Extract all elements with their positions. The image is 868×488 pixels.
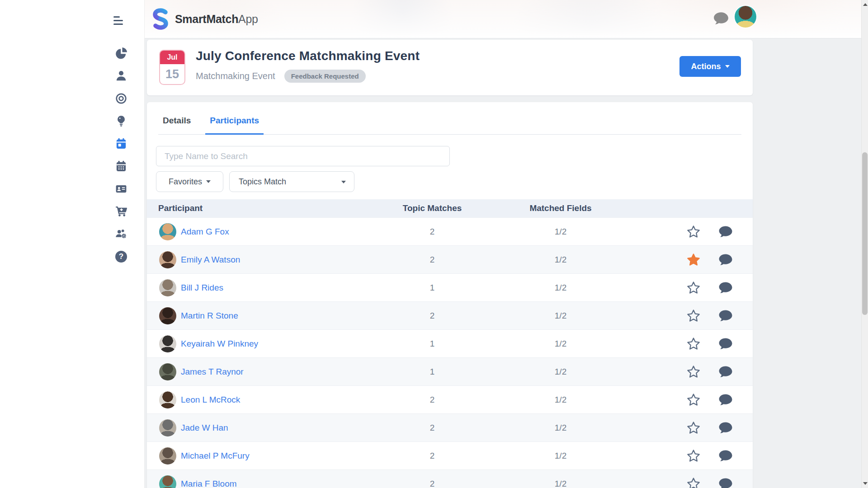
lightbulb-icon xyxy=(115,115,127,127)
participant-name-link[interactable]: Bill J Rides xyxy=(181,274,223,302)
table-row: Emily A Watson 2 1/2 xyxy=(147,245,753,273)
participant-name-link[interactable]: Martin R Stone xyxy=(181,302,238,330)
sidebar-item-help[interactable]: ? xyxy=(115,251,127,263)
participant-name-link[interactable]: Emily A Watson xyxy=(181,246,240,274)
favorite-star-icon[interactable] xyxy=(686,281,701,295)
matched-fields-value: 1/2 xyxy=(555,470,566,488)
topic-matches-value: 1 xyxy=(430,274,435,302)
message-participant-icon[interactable] xyxy=(719,366,733,378)
sidebar-item-insights[interactable] xyxy=(115,115,127,127)
message-participant-icon[interactable] xyxy=(719,310,733,322)
participant-avatar xyxy=(159,223,176,240)
participant-avatar xyxy=(159,251,176,268)
topic-matches-value: 2 xyxy=(430,246,435,274)
message-participant-icon[interactable] xyxy=(719,253,733,266)
favorite-star-icon[interactable] xyxy=(686,337,701,351)
tab-bar: Details Participants xyxy=(158,112,741,135)
matched-fields-value: 1/2 xyxy=(555,386,566,414)
scrollbar-thumb[interactable] xyxy=(862,152,868,315)
scrollbar-up-arrow[interactable] xyxy=(863,3,868,6)
table-row: Adam G Fox 2 1/2 xyxy=(147,217,753,245)
favorite-star-icon[interactable] xyxy=(686,365,701,379)
sidebar-item-dashboard[interactable] xyxy=(115,47,127,59)
sidebar-item-calendar[interactable] xyxy=(115,160,127,172)
matched-fields-value: 1/2 xyxy=(555,330,566,358)
user-avatar[interactable] xyxy=(735,6,756,28)
sidebar-item-memberships[interactable] xyxy=(115,183,127,195)
status-badge: Feedback Requested xyxy=(284,70,366,83)
person-icon xyxy=(115,70,127,82)
topic-matches-value: 2 xyxy=(430,218,435,246)
participant-name-link[interactable]: Adam G Fox xyxy=(181,218,229,246)
tab-participants[interactable]: Participants xyxy=(205,112,264,135)
users-gear-icon xyxy=(115,228,127,240)
pie-chart-icon xyxy=(115,47,127,59)
chat-bubble-icon[interactable] xyxy=(713,12,729,25)
topics-match-select[interactable]: Topics Match xyxy=(229,171,354,192)
topic-matches-value: 2 xyxy=(430,442,435,470)
scrollbar-down-arrow[interactable] xyxy=(863,482,868,485)
favorite-star-icon[interactable] xyxy=(686,253,701,267)
table-row: Maria F Bloom 2 1/2 xyxy=(147,469,753,488)
vertical-scrollbar[interactable] xyxy=(861,0,868,488)
topic-matches-value: 2 xyxy=(430,470,435,488)
sidebar-item-matches[interactable] xyxy=(115,93,127,104)
sidebar-item-store[interactable] xyxy=(115,206,127,217)
matched-fields-value: 1/2 xyxy=(555,442,566,470)
column-header-participant: Participant xyxy=(158,199,203,217)
question-circle-icon: ? xyxy=(115,251,127,263)
hamburger-menu-icon[interactable] xyxy=(113,16,124,25)
table-row: James T Raynor 1 1/2 xyxy=(147,357,753,385)
participant-avatar xyxy=(159,279,176,296)
message-participant-icon[interactable] xyxy=(719,282,733,294)
participant-avatar xyxy=(159,335,176,352)
event-type-label: Matchmaking Event xyxy=(196,71,275,81)
participant-name-link[interactable]: James T Raynor xyxy=(181,358,244,386)
participant-name-link[interactable]: Keyairah W Pinkney xyxy=(181,330,258,358)
table-row: Bill J Rides 1 1/2 xyxy=(147,273,753,301)
column-header-matched-fields: Matched Fields xyxy=(529,199,591,217)
message-participant-icon[interactable] xyxy=(719,422,733,434)
table-header-row: Participant Topic Matches Matched Fields xyxy=(147,199,753,217)
target-icon xyxy=(115,93,127,104)
caret-down-icon xyxy=(206,180,211,183)
topic-matches-value: 2 xyxy=(430,414,435,442)
sidebar-item-user-management[interactable] xyxy=(115,228,127,240)
participant-name-link[interactable]: Jade W Han xyxy=(181,414,228,442)
table-row: Michael P McFury 2 1/2 xyxy=(147,441,753,469)
participant-name-link[interactable]: Maria F Bloom xyxy=(181,470,237,488)
search-input[interactable] xyxy=(156,146,450,166)
participants-card: Details Participants Favorites Topics Ma… xyxy=(147,102,753,488)
favorite-star-icon[interactable] xyxy=(686,477,701,488)
table-row: Martin R Stone 2 1/2 xyxy=(147,301,753,329)
matched-fields-value: 1/2 xyxy=(555,358,566,386)
table-row: Leon L McRock 2 1/2 xyxy=(147,385,753,413)
tab-details[interactable]: Details xyxy=(158,112,195,135)
participant-name-link[interactable]: Michael P McFury xyxy=(181,442,250,470)
favorite-star-icon[interactable] xyxy=(686,393,701,407)
smartmatch-logo-icon xyxy=(151,8,170,30)
event-date-day: 15 xyxy=(160,64,184,84)
sidebar-item-events[interactable] xyxy=(115,138,127,150)
table-row: Jade W Han 2 1/2 xyxy=(147,413,753,441)
sidebar-item-clients[interactable] xyxy=(115,70,127,82)
participant-name-link[interactable]: Leon L McRock xyxy=(181,386,240,414)
message-participant-icon[interactable] xyxy=(719,394,733,406)
favorites-filter-dropdown[interactable]: Favorites xyxy=(156,171,223,192)
favorite-star-icon[interactable] xyxy=(686,421,701,435)
participant-avatar xyxy=(159,419,176,436)
favorite-star-icon[interactable] xyxy=(686,225,701,239)
message-participant-icon[interactable] xyxy=(719,225,733,238)
message-participant-icon[interactable] xyxy=(719,338,733,350)
table-row: Keyairah W Pinkney 1 1/2 xyxy=(147,329,753,357)
message-participant-icon[interactable] xyxy=(719,478,733,488)
sidebar-nav: ? xyxy=(115,47,127,273)
favorite-star-icon[interactable] xyxy=(686,449,701,463)
message-participant-icon[interactable] xyxy=(719,450,733,462)
topic-matches-value: 2 xyxy=(430,302,435,330)
app-logo[interactable]: SmartMatchApp xyxy=(151,8,258,30)
actions-button[interactable]: Actions xyxy=(679,56,741,77)
matched-fields-value: 1/2 xyxy=(555,274,566,302)
favorite-star-icon[interactable] xyxy=(686,309,701,323)
participant-avatar xyxy=(159,447,176,465)
